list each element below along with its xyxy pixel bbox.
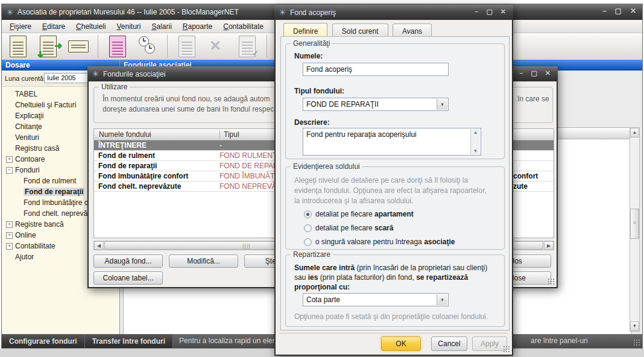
clocks-icon[interactable] [135, 34, 160, 58]
expand-icon[interactable]: + [6, 232, 13, 239]
utilizare-text-line1-cont: în care se [517, 94, 549, 104]
resize-grip-icon[interactable] [548, 278, 555, 285]
ok-button[interactable]: OK [381, 336, 421, 351]
menu-salarii[interactable]: Salarii [146, 21, 177, 33]
column-header-type[interactable]: Tipul [219, 130, 239, 139]
balance-info-line2: evidenţa fondului. Opţiunea are efect la… [294, 186, 487, 196]
expand-icon[interactable]: + [6, 221, 13, 228]
generalitati-group-label: Generalităţi [291, 39, 332, 48]
close-icon[interactable]: ✕ [630, 7, 636, 15]
resize-grip-icon[interactable] [503, 346, 510, 353]
menu-editare[interactable]: Editare [37, 21, 71, 33]
balance-info-line3: la introducerea şi la afisarea soldului. [294, 196, 413, 206]
proportional-combo[interactable]: Cota parte ▼ [303, 293, 449, 306]
scroll-down-icon[interactable]: ▼ [472, 148, 479, 154]
status-configurare-fonduri[interactable]: Configurare fonduri [2, 334, 85, 348]
new-document-icon[interactable] [5, 34, 31, 58]
receipt-icon[interactable] [66, 34, 91, 58]
maximize-icon[interactable]: ▢ [486, 8, 492, 16]
fund-dialog-title: Fond acoperiş [290, 8, 336, 17]
resize-grip-icon[interactable] [633, 339, 640, 346]
verify-disabled-icon: ✓ [235, 34, 260, 58]
modify-fund-button[interactable]: Modifică... [169, 254, 238, 268]
fund-type-label: Tipul fondului: [294, 87, 344, 95]
button-separator [279, 333, 508, 333]
transfer-document-icon[interactable]: ➜ ➜ [36, 34, 61, 58]
description-textarea[interactable]: Fond pentru reparaţia acoperişului ▲ ▼ [303, 128, 481, 156]
menu-fisiere[interactable]: Fişiere [4, 21, 37, 33]
toolbar-separator [167, 35, 168, 58]
minimize-icon[interactable]: – [475, 8, 478, 16]
utilizare-text-line1: În momentul creării unui fond nou, se ad… [103, 94, 270, 104]
table-columns-button[interactable]: Coloane tabel... [93, 271, 163, 285]
scroll-right-icon[interactable]: ▶ [544, 241, 554, 250]
utilizare-group-label: Utilizare [99, 83, 130, 91]
expand-icon[interactable]: + [6, 243, 13, 250]
apply-button: Apply [472, 336, 507, 351]
balance-group: Evidenţierea soldului Alegeţi nivelul de… [285, 166, 505, 250]
name-label: Numele: [294, 52, 323, 60]
balance-group-label: Evidenţierea soldului [291, 162, 362, 171]
status-hint-right: are între panel-uri [531, 336, 588, 345]
expand-icon[interactable]: + [6, 156, 13, 163]
green-down-arrow-icon: ➜ [35, 51, 46, 58]
invoice-pink-icon[interactable] [105, 34, 130, 58]
repartizare-group: Repartizare Sumele care intră (prin înca… [285, 254, 505, 327]
name-input[interactable]: Fond acoperiş [303, 63, 449, 76]
chevron-down-icon[interactable]: ▼ [437, 99, 447, 110]
balance-info-line1: Alegeţi nivelul de detaliere pe care dor… [294, 175, 468, 186]
vertical-scrollbar[interactable]: ▲ ≡ ▼ [630, 127, 640, 332]
radio-scara-label[interactable]: detaliat pe fiecare scară [315, 224, 393, 232]
main-window-title: Asociatia de proprietari Muresului 46 --… [17, 8, 239, 16]
document-disabled-icon [174, 34, 200, 58]
menu-contabilitate[interactable]: Contabilitate [218, 21, 269, 33]
radio-apartament-label[interactable]: detaliat pe fiecare apartament [315, 210, 414, 218]
column-header-name[interactable]: Numele fondului [99, 130, 151, 139]
description-label: Descriere: [294, 118, 330, 127]
menu-venituri[interactable]: Venituri [111, 21, 146, 33]
maximize-icon[interactable]: ▢ [615, 7, 622, 15]
textarea-scrollbar[interactable]: ▲ ▼ [470, 129, 480, 154]
menu-cheltuieli[interactable]: Cheltuieli [71, 21, 111, 33]
repartizare-note: Opţiunea poate fi setată şi din propriet… [294, 312, 488, 322]
app-icon: ✳ [7, 8, 13, 17]
fund-dialog: ✳ Fond acoperiş – ▢ ✕ Definire Sold cure… [274, 5, 513, 356]
cancel-button[interactable]: Cancel [431, 336, 467, 351]
collapse-icon[interactable]: − [6, 167, 13, 174]
status-transfer-fonduri[interactable]: Transfer între fonduri [85, 334, 173, 348]
dialog-icon: ✳ [279, 8, 286, 17]
scroll-up-icon[interactable]: ▲ [472, 130, 479, 135]
scrollbar-thumb[interactable]: ≡ [630, 209, 639, 239]
minimize-icon[interactable]: – [602, 7, 607, 15]
current-month-label: Luna curentă: [5, 75, 45, 82]
chevron-down-icon[interactable]: ▼ [437, 294, 447, 305]
fund-type-combo[interactable]: FOND DE REPARAŢII ▼ [303, 98, 449, 111]
green-right-arrow-icon: ➜ [54, 40, 62, 51]
minimize-icon[interactable]: – [519, 69, 523, 77]
repartizare-text: Sumele care intră (prin încasări de la p… [294, 263, 499, 292]
scroll-down-icon[interactable]: ▼ [630, 321, 639, 331]
screen: { "main": { "title": "Asociatia de propr… [0, 0, 644, 357]
utilizare-text-line2: doreşte adunarea unei sume de bani în fo… [103, 104, 274, 115]
radio-scara[interactable] [304, 224, 312, 232]
repartizare-group-label: Repartizare [291, 250, 333, 259]
generalitati-group: Generalităţi Numele: Fond acoperiş Tipul… [285, 43, 505, 159]
toolbar-separator [267, 35, 267, 58]
radio-asociatie[interactable] [304, 238, 312, 246]
add-fund-button[interactable]: Adaugă fond... [93, 254, 163, 268]
close-icon[interactable]: ✕ [500, 8, 506, 16]
scroll-up-icon[interactable]: ▲ [630, 128, 639, 137]
dialog-icon: ✳ [92, 69, 99, 78]
toolbar-separator [98, 35, 98, 58]
scroll-left-icon[interactable]: ◀ [94, 241, 104, 250]
menu-rapoarte[interactable]: Rapoarte [177, 21, 218, 33]
radio-apartament[interactable] [304, 210, 312, 218]
maximize-icon[interactable]: ▢ [531, 69, 537, 77]
delete-disabled-icon: ✕ [204, 34, 230, 58]
radio-asociatie-label[interactable]: o singură valoare pentru întreaga asocia… [315, 238, 455, 246]
funds-dialog-title: Fondurile asociaţiei [103, 70, 165, 78]
close-icon[interactable]: ✕ [545, 69, 551, 77]
